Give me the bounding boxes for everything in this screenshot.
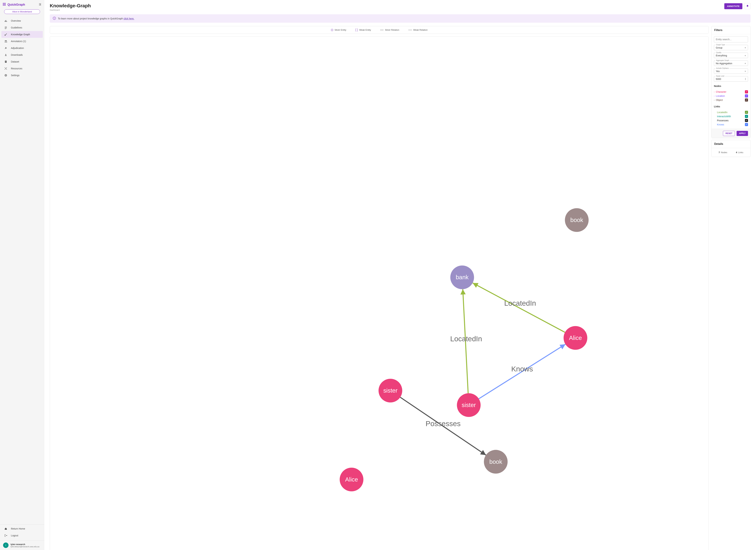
svg-rect-1 xyxy=(4,3,5,4)
svg-text:sister: sister xyxy=(462,402,476,408)
quality-select[interactable]: Quality Everything ▼ xyxy=(714,53,748,58)
sidebar-item-label: Settings xyxy=(11,74,20,77)
checkbox-icon[interactable]: ✓ xyxy=(745,115,748,118)
dashed-box-icon xyxy=(355,29,358,31)
node-type-row[interactable]: ›Character✓ xyxy=(714,90,748,94)
svg-rect-27 xyxy=(54,18,55,19)
stepper-icon[interactable]: ▲▼ xyxy=(745,78,746,80)
svg-rect-9 xyxy=(5,21,5,22)
checkbox-icon[interactable]: ✓ xyxy=(745,98,748,102)
people-icon xyxy=(4,40,7,43)
node-type-label: Character xyxy=(716,90,726,93)
apply-button[interactable]: APPLY xyxy=(737,131,748,136)
project-chip[interactable]: Alice in Wonderland xyxy=(4,9,40,14)
svg-marker-33 xyxy=(460,289,466,295)
svg-point-15 xyxy=(6,40,7,41)
user-name: tyler-research xyxy=(11,543,40,546)
bar-chart-icon xyxy=(4,19,7,22)
aggregate-select[interactable]: Aggregate Graph No Aggregation ▼ xyxy=(714,60,748,66)
reset-button[interactable]: RESET xyxy=(723,131,735,136)
sidebar-item-adjudication[interactable]: Adjudication xyxy=(0,45,44,51)
user-profile[interactable]: t tyler-research tyler.bikaun@research.u… xyxy=(0,540,44,550)
chevron-down-icon: ▼ xyxy=(744,70,746,72)
filters-panel: Filters Graph Type Group ▼ Quality Every… xyxy=(711,26,751,138)
sidebar-item-knowledge-graph[interactable]: Knowledge Graph xyxy=(1,31,43,38)
graph-type-select[interactable]: Graph Type Group ▼ xyxy=(714,45,748,50)
svg-point-28 xyxy=(54,17,55,18)
home-icon xyxy=(4,527,7,530)
svg-rect-10 xyxy=(6,20,6,22)
legend-weak-entity: Weak Entity xyxy=(355,29,371,31)
node-type-label: Object xyxy=(716,99,723,101)
download-icon xyxy=(4,54,7,56)
sidebar-item-logout[interactable]: Logout xyxy=(0,532,44,539)
node-limit-input[interactable]: Node Limit 5000 ▲▼ xyxy=(714,76,748,82)
graph-nodes-icon xyxy=(4,33,7,36)
sidebar-item-label: Overview xyxy=(11,19,21,22)
legend-weak-relation: Weak Relation xyxy=(408,29,427,31)
sidebar-item-settings[interactable]: Settings xyxy=(0,72,44,79)
svg-marker-39 xyxy=(480,450,486,455)
sidebar-item-return-home[interactable]: Return Home xyxy=(0,525,44,532)
sidebar-item-resources[interactable]: Resources xyxy=(0,65,44,72)
legend-silver-relation: Silver Relation xyxy=(380,29,399,31)
network-icon xyxy=(4,67,7,70)
details-title: Details xyxy=(712,140,750,148)
checkbox-icon[interactable]: ✓ xyxy=(745,119,748,122)
graph-canvas[interactable]: LocatedInLocatedInKnowsPossessesbookbank… xyxy=(50,36,709,550)
bell-icon xyxy=(746,5,749,8)
svg-text:sister: sister xyxy=(383,387,398,394)
orphans-select[interactable]: Include Orphans Yes ▼ xyxy=(714,68,748,74)
svg-text:LocatedIn: LocatedIn xyxy=(504,299,536,307)
checkbox-icon[interactable]: ✓ xyxy=(745,111,748,114)
svg-text:bank: bank xyxy=(456,274,469,280)
sidebar-item-overview[interactable]: Overview xyxy=(0,17,44,24)
user-email: tyler.bikaun@research.uwa.edu.au xyxy=(11,546,40,548)
link-type-label: Knows xyxy=(717,123,724,126)
svg-text:Alice: Alice xyxy=(345,476,358,483)
node-type-row[interactable]: ›Object✓ xyxy=(714,98,748,102)
checkbox-icon[interactable]: ✓ xyxy=(745,123,748,126)
sidebar-item-label: Adjudication xyxy=(11,47,24,49)
svg-rect-0 xyxy=(3,3,4,4)
sidebar-collapse-icon[interactable] xyxy=(39,3,41,6)
svg-point-14 xyxy=(5,40,6,41)
svg-text:Knows: Knows xyxy=(511,365,533,373)
link-type-label: LocatedIn xyxy=(717,111,728,114)
chevron-down-icon: ▼ xyxy=(744,63,746,64)
sidebar: QuickGraph Alice in Wonderland Overview … xyxy=(0,0,44,550)
svg-rect-8 xyxy=(5,5,6,6)
sidebar-item-dataset[interactable]: Dataset xyxy=(0,58,44,65)
checkbox-icon[interactable]: ✓ xyxy=(745,94,748,97)
legend-silver-entity: Silver Entity xyxy=(331,29,346,31)
dashed-line-icon xyxy=(408,30,412,30)
link-type-row[interactable]: Knows✓ xyxy=(714,123,748,127)
line-icon xyxy=(380,30,384,30)
sidebar-item-label: Logout xyxy=(11,534,18,537)
sidebar-item-downloads[interactable]: Downloads xyxy=(0,51,44,58)
graph-legend: Silver Entity Weak Entity Silver Relatio… xyxy=(50,26,709,34)
svg-rect-11 xyxy=(6,21,7,22)
banner-link[interactable]: click here. xyxy=(124,17,134,20)
entity-search-input[interactable] xyxy=(714,36,748,42)
link-type-row[interactable]: LocatedIn✓ xyxy=(714,110,748,114)
checkbox-icon[interactable]: ✓ xyxy=(745,90,748,93)
document-icon xyxy=(4,60,7,63)
sidebar-item-label: Guidelines xyxy=(11,26,22,29)
svg-rect-7 xyxy=(4,5,5,6)
node-type-label: Location xyxy=(716,95,725,97)
link-type-row[interactable]: Possesses✓ xyxy=(714,118,748,123)
svg-line-29 xyxy=(473,283,565,332)
node-type-row[interactable]: ›Location✓ xyxy=(714,94,748,98)
sidebar-item-annotators[interactable]: Annotators (1) xyxy=(0,38,44,45)
details-panel: Details 7Nodes 4Links xyxy=(711,140,751,157)
notifications-button[interactable] xyxy=(744,3,751,9)
sidebar-item-guidelines[interactable]: Guidelines xyxy=(0,24,44,31)
sidebar-item-label: Resources xyxy=(11,67,22,70)
link-type-row[interactable]: InteractsWith✓ xyxy=(714,114,748,118)
sidebar-item-label: Annotators (1) xyxy=(11,40,26,43)
annotate-button[interactable]: ANNOTATE xyxy=(724,3,742,9)
svg-marker-36 xyxy=(560,344,565,349)
svg-rect-3 xyxy=(3,4,4,5)
sidebar-item-label: Knowledge Graph xyxy=(11,33,30,36)
